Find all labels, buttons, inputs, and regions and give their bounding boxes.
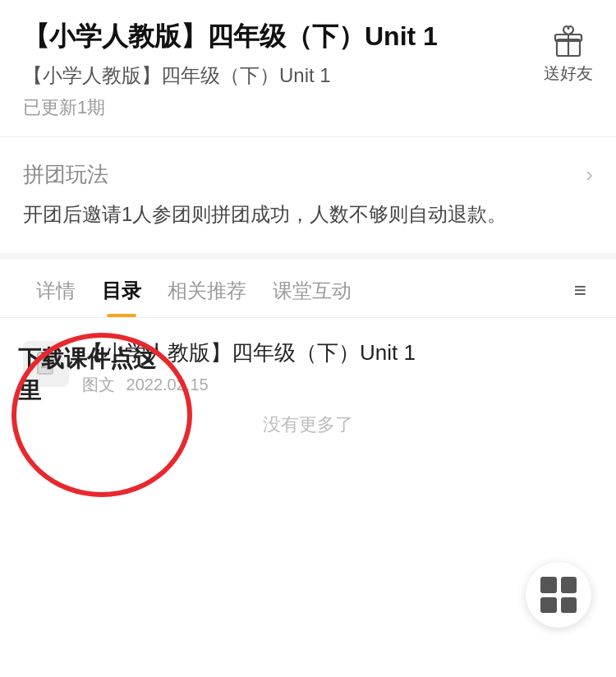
grid-dot-3 [540,597,557,614]
grid-dot-1 [540,577,557,593]
group-section: 拼团玩法 › 开团后邀请1人参团则拼团成功，人数不够则自动退款。 [0,137,616,260]
group-title: 拼团玩法 [23,160,108,189]
header-section: 【小学人教版】四年级（下）Unit 1 【小学人教版】四年级（下）Unit 1 … [0,0,616,137]
annotation-text: 下载课件点这里 [18,343,174,407]
tab-details[interactable]: 详情 [23,260,89,317]
content-section: 下载课件点这里 【小学人教版】四年级（下）Unit 1 图文 2022.02.1… [0,318,616,465]
group-header: 拼团玩法 › [23,160,593,189]
group-arrow-icon[interactable]: › [586,162,593,187]
tab-section: 详情 目录 相关推荐 课堂互动 ≡ [0,260,616,318]
tab-interactive[interactable]: 课堂互动 [260,260,365,317]
tab-menu-icon[interactable]: ≡ [568,260,593,316]
main-title: 【小学人教版】四年级（下）Unit 1 [23,20,531,54]
group-description: 开团后邀请1人参团则拼团成功，人数不够则自动退款。 [23,199,593,230]
grid-icon [540,577,577,613]
header-left: 【小学人教版】四年级（下）Unit 1 【小学人教版】四年级（下）Unit 1 … [23,20,531,120]
grid-dot-2 [561,577,577,593]
tab-catalog[interactable]: 目录 [89,260,154,317]
gift-icon [550,23,586,59]
sub-title: 【小学人教版】四年级（下）Unit 1 [23,62,531,89]
gift-label: 送好友 [544,62,593,85]
grid-dot-4 [561,597,577,614]
fab-button[interactable] [526,562,591,628]
tab-bar: 详情 目录 相关推荐 课堂互动 ≡ [0,260,616,317]
gift-button[interactable]: 送好友 [544,23,593,85]
update-info: 已更新1期 [23,95,531,120]
tab-related[interactable]: 相关推荐 [154,260,260,317]
